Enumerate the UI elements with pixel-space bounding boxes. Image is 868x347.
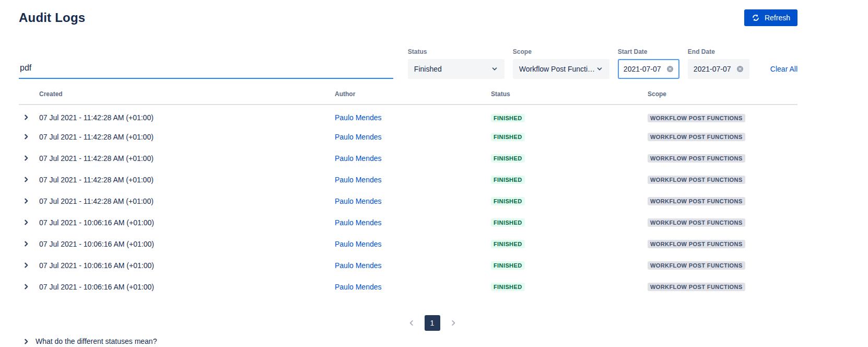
status-badge: FINISHED bbox=[491, 176, 525, 184]
audit-logs-page: Audit Logs Refresh Status bbox=[0, 0, 868, 347]
scope-badge: WORKFLOW POST FUNCTIONS bbox=[648, 133, 745, 141]
table-header-row: Created Author Status Scope bbox=[19, 87, 797, 105]
scope-badge: WORKFLOW POST FUNCTIONS bbox=[648, 197, 745, 205]
scope-filter: Scope Workflow Post Functio... bbox=[513, 48, 609, 79]
start-date-label: Start Date bbox=[618, 48, 679, 55]
page-header: Audit Logs Refresh bbox=[19, 0, 797, 26]
author-link[interactable]: Paulo Mendes bbox=[335, 197, 382, 205]
expand-row-icon[interactable] bbox=[24, 284, 29, 290]
expand-row-icon[interactable] bbox=[24, 219, 29, 225]
row-created: 07 Jul 2021 - 10:06:16 AM (+01:00) bbox=[39, 276, 335, 297]
author-link[interactable]: Paulo Mendes bbox=[335, 218, 382, 227]
refresh-icon bbox=[752, 14, 760, 22]
table-row: 07 Jul 2021 - 11:42:28 AM (+01:00) Paulo… bbox=[19, 169, 797, 190]
next-page-icon[interactable] bbox=[449, 318, 458, 328]
author-link[interactable]: Paulo Mendes bbox=[335, 154, 382, 163]
pagination: 1 bbox=[43, 315, 822, 331]
header-scope: Scope bbox=[648, 87, 797, 105]
scope-badge: WORKFLOW POST FUNCTIONS bbox=[648, 114, 745, 122]
header-status: Status bbox=[491, 87, 648, 105]
status-badge: FINISHED bbox=[491, 114, 525, 122]
filters-bar: Status Finished Scope Workflow Post Func… bbox=[19, 48, 797, 79]
chevron-down-icon bbox=[491, 65, 498, 73]
chevron-down-icon bbox=[596, 65, 603, 73]
expand-row-icon[interactable] bbox=[24, 262, 29, 268]
end-date-value: 2021-07-07 bbox=[694, 65, 731, 73]
author-link[interactable]: Paulo Mendes bbox=[335, 283, 382, 291]
statuses-help-label: What do the different statuses mean? bbox=[36, 337, 157, 345]
status-badge: FINISHED bbox=[491, 283, 525, 291]
table-row: 07 Jul 2021 - 11:42:28 AM (+01:00) Paulo… bbox=[19, 126, 797, 147]
status-badge: FINISHED bbox=[491, 218, 525, 227]
scope-badge: WORKFLOW POST FUNCTIONS bbox=[648, 261, 745, 270]
start-date-value: 2021-07-07 bbox=[624, 65, 661, 73]
start-date-input[interactable]: 2021-07-07 bbox=[618, 59, 679, 79]
clear-date-icon[interactable] bbox=[736, 65, 744, 73]
expand-row-icon[interactable] bbox=[24, 114, 29, 120]
status-badge: FINISHED bbox=[491, 154, 525, 163]
scope-select-value: Workflow Post Functio... bbox=[519, 65, 596, 73]
author-link[interactable]: Paulo Mendes bbox=[335, 261, 382, 270]
refresh-button-label: Refresh bbox=[765, 14, 790, 22]
scope-badge: WORKFLOW POST FUNCTIONS bbox=[648, 218, 745, 227]
header-author: Author bbox=[335, 87, 491, 105]
clear-all-link[interactable]: Clear All bbox=[770, 65, 797, 73]
expand-row-icon[interactable] bbox=[24, 177, 29, 182]
refresh-button[interactable]: Refresh bbox=[744, 9, 797, 26]
header-created: Created bbox=[39, 87, 335, 105]
expand-row-icon[interactable] bbox=[24, 198, 29, 204]
prev-page-icon[interactable] bbox=[407, 318, 416, 328]
table-row: 07 Jul 2021 - 11:42:28 AM (+01:00) Paulo… bbox=[19, 147, 797, 169]
row-created: 07 Jul 2021 - 11:42:28 AM (+01:00) bbox=[39, 126, 335, 147]
author-link[interactable]: Paulo Mendes bbox=[335, 133, 382, 141]
scope-badge: WORKFLOW POST FUNCTIONS bbox=[648, 240, 745, 248]
author-link[interactable]: Paulo Mendes bbox=[335, 113, 382, 122]
end-date-label: End Date bbox=[688, 48, 749, 55]
table-row: 07 Jul 2021 - 11:42:28 AM (+01:00) Paulo… bbox=[19, 105, 797, 126]
expand-row-icon[interactable] bbox=[24, 134, 29, 140]
scope-badge: WORKFLOW POST FUNCTIONS bbox=[648, 176, 745, 184]
row-created: 07 Jul 2021 - 11:42:28 AM (+01:00) bbox=[39, 169, 335, 190]
row-created: 07 Jul 2021 - 10:06:16 AM (+01:00) bbox=[39, 212, 335, 233]
table-row: 07 Jul 2021 - 10:06:16 AM (+01:00) Paulo… bbox=[19, 212, 797, 233]
clear-date-icon[interactable] bbox=[666, 65, 674, 73]
status-badge: FINISHED bbox=[491, 133, 525, 141]
chevron-right-icon bbox=[24, 339, 29, 344]
end-date-input[interactable]: 2021-07-07 bbox=[688, 59, 749, 79]
expand-row-icon[interactable] bbox=[24, 155, 29, 161]
author-link[interactable]: Paulo Mendes bbox=[335, 240, 382, 248]
start-date-filter: Start Date 2021-07-07 bbox=[618, 48, 679, 79]
status-select-value: Finished bbox=[414, 65, 442, 73]
table-row: 07 Jul 2021 - 10:06:16 AM (+01:00) Paulo… bbox=[19, 255, 797, 276]
author-link[interactable]: Paulo Mendes bbox=[335, 176, 382, 184]
scope-filter-label: Scope bbox=[513, 48, 609, 55]
page-title: Audit Logs bbox=[19, 10, 85, 25]
page-button-1[interactable]: 1 bbox=[425, 315, 440, 331]
status-filter-label: Status bbox=[408, 48, 505, 55]
expand-row-icon[interactable] bbox=[24, 241, 29, 247]
row-created: 07 Jul 2021 - 11:42:28 AM (+01:00) bbox=[39, 190, 335, 212]
status-badge: FINISHED bbox=[491, 261, 525, 270]
row-created: 07 Jul 2021 - 11:42:28 AM (+01:00) bbox=[39, 147, 335, 169]
status-filter: Status Finished bbox=[408, 48, 505, 79]
row-created: 07 Jul 2021 - 10:06:16 AM (+01:00) bbox=[39, 233, 335, 255]
row-created: 07 Jul 2021 - 10:06:16 AM (+01:00) bbox=[39, 255, 335, 276]
table-row: 07 Jul 2021 - 10:06:16 AM (+01:00) Paulo… bbox=[19, 233, 797, 255]
statuses-help-toggle[interactable]: What do the different statuses mean? bbox=[19, 337, 797, 345]
scope-select[interactable]: Workflow Post Functio... bbox=[513, 59, 609, 79]
scope-badge: WORKFLOW POST FUNCTIONS bbox=[648, 154, 745, 163]
status-select[interactable]: Finished bbox=[408, 59, 505, 79]
search-input[interactable] bbox=[19, 59, 393, 79]
scope-badge: WORKFLOW POST FUNCTIONS bbox=[648, 283, 745, 291]
status-badge: FINISHED bbox=[491, 197, 525, 205]
end-date-filter: End Date 2021-07-07 bbox=[688, 48, 749, 79]
row-created: 07 Jul 2021 - 11:42:28 AM (+01:00) bbox=[39, 105, 335, 126]
audit-log-table: Created Author Status Scope 07 Jul 2021 … bbox=[19, 87, 797, 297]
status-badge: FINISHED bbox=[491, 240, 525, 248]
table-row: 07 Jul 2021 - 11:42:28 AM (+01:00) Paulo… bbox=[19, 190, 797, 212]
table-row: 07 Jul 2021 - 10:06:16 AM (+01:00) Paulo… bbox=[19, 276, 797, 297]
